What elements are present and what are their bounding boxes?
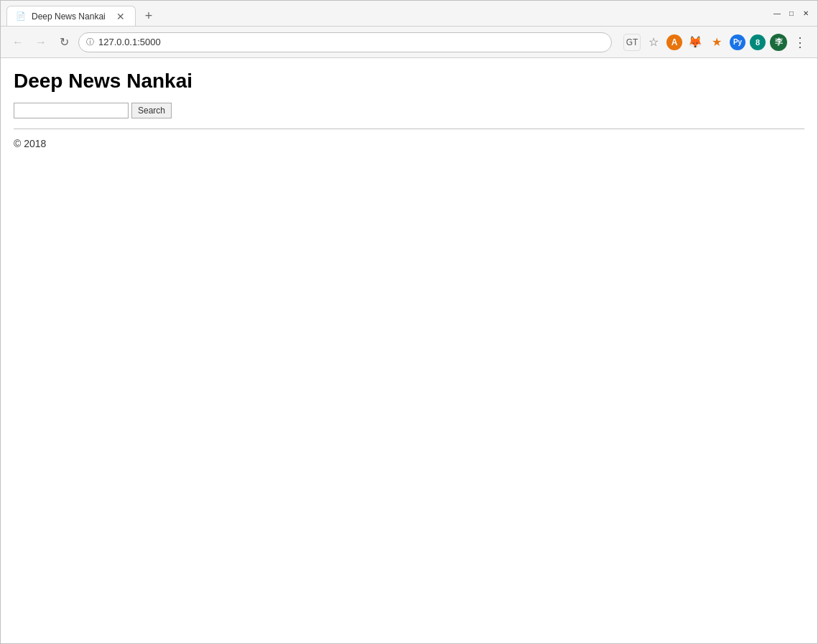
new-tab-button[interactable]: + (139, 6, 159, 26)
address-input-wrapper[interactable]: ⓘ 127.0.0.1:5000 (78, 32, 612, 52)
tab-area: 📄 Deep News Nankai ✕ + (6, 1, 766, 26)
profile-icon[interactable]: 李 (770, 34, 787, 51)
extension-2-icon[interactable]: 🦊 (687, 34, 704, 51)
close-button[interactable]: ✕ (800, 8, 812, 19)
security-icon: ⓘ (86, 37, 94, 47)
page-title: Deep News Nankai (14, 70, 804, 93)
search-button[interactable]: Search (131, 103, 172, 118)
minimize-button[interactable]: — (771, 8, 783, 19)
tab-title: Deep News Nankai (32, 11, 106, 22)
extension-3-icon[interactable]: ★ (708, 34, 725, 51)
bookmark-icon[interactable]: ☆ (645, 34, 662, 51)
address-bar: ← → ↻ ⓘ 127.0.0.1:5000 GT ☆ A 🦊 ★ Py 8 李 (1, 27, 817, 58)
tab-close-button[interactable]: ✕ (115, 11, 126, 22)
browser-window: 📄 Deep News Nankai ✕ + — □ ✕ ← → ↻ ⓘ 127… (0, 0, 818, 644)
content-divider (14, 129, 804, 129)
footer-copyright: © 2018 (14, 138, 804, 149)
back-button[interactable]: ← (9, 34, 27, 51)
web-content: Deep News Nankai Search © 2018 (1, 58, 817, 643)
refresh-button[interactable]: ↻ (55, 34, 73, 51)
extension-5-icon[interactable]: 8 (750, 34, 766, 50)
browser-tab[interactable]: 📄 Deep News Nankai ✕ (6, 6, 136, 26)
maximize-button[interactable]: □ (786, 8, 797, 19)
extension-1-icon[interactable]: A (666, 34, 682, 50)
forward-button[interactable]: → (32, 34, 50, 51)
toolbar-icons: GT ☆ A 🦊 ★ Py 8 李 ⋮ (623, 34, 809, 51)
tab-page-icon: 📄 (16, 11, 26, 21)
translate-extension-icon[interactable]: GT (623, 34, 641, 51)
window-controls: — □ ✕ (771, 8, 812, 19)
search-form: Search (14, 103, 804, 118)
url-display: 127.0.0.1:5000 (98, 37, 604, 47)
title-bar: 📄 Deep News Nankai ✕ + — □ ✕ (1, 1, 817, 27)
search-input[interactable] (14, 103, 129, 118)
browser-menu-button[interactable]: ⋮ (791, 34, 809, 51)
extension-4-icon[interactable]: Py (730, 34, 745, 50)
